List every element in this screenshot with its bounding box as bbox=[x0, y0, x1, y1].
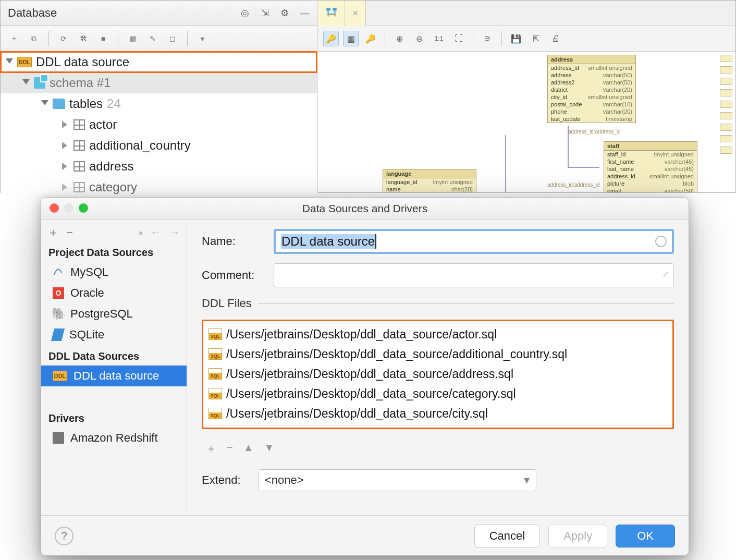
comment-input[interactable]: ⤢ bbox=[274, 263, 674, 287]
tab-diagram[interactable] bbox=[318, 1, 345, 26]
tree-schema[interactable]: schema #1 bbox=[1, 72, 317, 93]
gear-icon[interactable]: ⚙ bbox=[279, 8, 290, 18]
name-value: DDL data source bbox=[281, 234, 375, 249]
section-ddl-datasources: DDL Data Sources bbox=[41, 345, 187, 366]
actual-size-icon[interactable]: 1:1 bbox=[431, 31, 447, 46]
all-columns-icon[interactable]: ▦ bbox=[343, 31, 359, 46]
separator bbox=[187, 31, 188, 46]
tree-table[interactable]: address bbox=[1, 156, 317, 177]
sidebar-item-sqlite[interactable]: SQLite bbox=[41, 324, 187, 345]
tree-tables-folder[interactable]: tables 24 bbox=[1, 93, 317, 114]
move-down-icon[interactable]: ▼ bbox=[264, 442, 274, 456]
expand-icon[interactable] bbox=[41, 100, 48, 107]
refresh-icon[interactable]: ⟳ bbox=[56, 31, 71, 46]
minimize-window-icon[interactable] bbox=[64, 203, 73, 213]
remove-icon[interactable]: − bbox=[66, 226, 73, 239]
tree-table[interactable]: additional_country bbox=[1, 135, 317, 156]
ddl-files-list[interactable]: SQL/Users/jetbrains/Desktop/ddl_data_sou… bbox=[202, 320, 674, 429]
extend-dropdown[interactable]: <none> ▾ bbox=[258, 469, 536, 491]
erd-table-staff[interactable]: staff staff_idtinyint unsigned first_nam… bbox=[604, 141, 697, 192]
file-row[interactable]: SQL/Users/jetbrains/Desktop/ddl_data_sou… bbox=[205, 384, 670, 404]
table-icon bbox=[73, 161, 85, 172]
zoom-out-icon[interactable]: ⊖ bbox=[411, 31, 427, 46]
sidebar-item-postgresql[interactable]: 🐘 PostgreSQL bbox=[41, 303, 187, 324]
move-up-icon[interactable]: ▲ bbox=[243, 442, 254, 456]
tree-table[interactable]: category bbox=[1, 177, 317, 198]
expand-icon[interactable] bbox=[62, 142, 69, 149]
export-icon[interactable]: ⇱ bbox=[528, 31, 544, 46]
dialog-footer: ? Cancel Apply OK bbox=[41, 515, 689, 556]
ddl-files-header: DDL Files bbox=[202, 297, 674, 310]
save-icon[interactable]: 💾 bbox=[508, 31, 524, 46]
file-row[interactable]: SQL/Users/jetbrains/Desktop/ddl_data_sou… bbox=[205, 324, 670, 344]
ddl-files-label: DDL Files bbox=[202, 297, 252, 310]
tree-label: address bbox=[89, 159, 133, 174]
close-window-icon[interactable] bbox=[50, 203, 59, 213]
sidebar-item-ddl-datasource[interactable]: DDL DDL data source bbox=[41, 366, 187, 386]
apply-button[interactable]: Apply bbox=[548, 525, 607, 547]
expand-icon[interactable] bbox=[62, 184, 69, 191]
edit-icon[interactable]: ✎ bbox=[145, 31, 160, 46]
table-icon bbox=[73, 182, 85, 192]
copy-icon[interactable]: ⧉ bbox=[27, 31, 41, 46]
remove-file-icon[interactable]: − bbox=[227, 442, 233, 456]
section-drivers: Drivers bbox=[41, 407, 187, 428]
stop-icon[interactable]: ■ bbox=[96, 31, 111, 46]
collapse-icon[interactable]: ⇲ bbox=[260, 8, 270, 18]
tab-close[interactable]: ✕ bbox=[345, 1, 366, 26]
expand-icon[interactable] bbox=[62, 163, 69, 170]
reset-icon[interactable] bbox=[655, 236, 667, 247]
target-icon[interactable]: ◎ bbox=[240, 8, 250, 18]
wrench-icon[interactable]: 🛠 bbox=[76, 31, 91, 46]
fk-label: address_id:address_id bbox=[547, 182, 600, 188]
expand-icon[interactable] bbox=[62, 121, 69, 128]
key-columns-icon[interactable]: 🔑 bbox=[323, 31, 339, 46]
fit-icon[interactable]: ⛶ bbox=[451, 31, 467, 46]
table-icon[interactable]: ▦ bbox=[126, 31, 140, 46]
zoom-in-icon[interactable]: ⊕ bbox=[391, 31, 407, 46]
help-button[interactable]: ? bbox=[55, 527, 73, 545]
tree-table[interactable]: actor bbox=[1, 114, 317, 135]
expand-icon[interactable] bbox=[22, 79, 30, 87]
tree-label: schema #1 bbox=[50, 76, 111, 90]
erd-table-language[interactable]: language language_idtinyint unsigned nam… bbox=[383, 169, 476, 192]
console-icon[interactable]: ◻ bbox=[165, 31, 180, 46]
separator bbox=[473, 31, 473, 46]
sql-file-icon: SQL bbox=[208, 368, 222, 380]
filter-icon[interactable]: ▾ bbox=[195, 31, 210, 46]
add-file-icon[interactable]: ＋ bbox=[206, 442, 216, 456]
erd-title: language bbox=[386, 171, 411, 177]
name-input[interactable]: DDL data source bbox=[274, 229, 674, 254]
diagram-minimap[interactable] bbox=[720, 55, 732, 175]
comment-label: Comment: bbox=[202, 269, 264, 282]
sql-file-icon: SQL bbox=[208, 328, 222, 340]
tree-root-ddl[interactable]: DDL DDL data source bbox=[1, 52, 317, 72]
key-icon[interactable]: 🔑 bbox=[363, 31, 378, 46]
data-sources-dialog: Data Sources and Drivers ＋ − » ← → Proje… bbox=[41, 197, 689, 556]
back-icon[interactable]: ← bbox=[150, 226, 162, 239]
cancel-button[interactable]: Cancel bbox=[474, 525, 540, 547]
expand-icon[interactable]: ⤢ bbox=[663, 269, 669, 279]
forward-icon[interactable]: → bbox=[169, 226, 180, 239]
separator bbox=[48, 31, 49, 46]
file-row[interactable]: SQL/Users/jetbrains/Desktop/ddl_data_sou… bbox=[205, 364, 670, 384]
sidebar-label: Oracle bbox=[70, 286, 104, 300]
sidebar-item-oracle[interactable]: O Oracle bbox=[41, 283, 187, 303]
file-row[interactable]: SQL/Users/jetbrains/Desktop/ddl_data_sou… bbox=[205, 344, 670, 364]
erd-table-address[interactable]: address address_idsmallint unsigned addr… bbox=[547, 55, 636, 123]
diagram-canvas[interactable]: address address_idsmallint unsigned addr… bbox=[318, 52, 735, 192]
file-row[interactable]: SQL/Users/jetbrains/Desktop/ddl_data_sou… bbox=[205, 404, 670, 423]
expand-icon[interactable] bbox=[6, 58, 13, 66]
sidebar-item-amazon-redshift[interactable]: Amazon Redshift bbox=[41, 428, 187, 448]
add-icon[interactable]: ＋ bbox=[47, 225, 59, 240]
add-icon[interactable]: ＋ bbox=[7, 31, 21, 46]
ok-button[interactable]: OK bbox=[616, 525, 675, 547]
mysql-icon bbox=[53, 266, 64, 278]
separator bbox=[385, 31, 385, 46]
more-icon[interactable]: » bbox=[139, 228, 143, 237]
print-icon[interactable]: 🖨 bbox=[548, 31, 563, 46]
minimize-icon[interactable]: — bbox=[299, 8, 310, 18]
sidebar-item-mysql[interactable]: MySQL bbox=[41, 262, 187, 283]
zoom-window-icon[interactable] bbox=[79, 203, 88, 213]
layout-icon[interactable]: ⚞ bbox=[480, 31, 495, 46]
